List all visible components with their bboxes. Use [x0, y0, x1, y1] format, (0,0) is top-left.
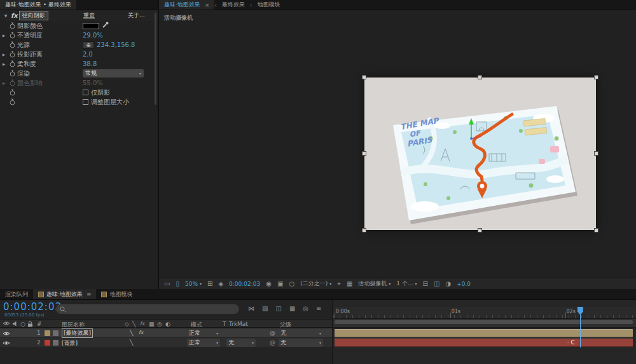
- view-layout-icon[interactable]: ⊟: [423, 280, 428, 287]
- stopwatch-icon[interactable]: [8, 98, 17, 105]
- layer-row[interactable]: 2 [背景] ╲ 正常 ▾ 无 ▾ @ 无: [0, 338, 332, 347]
- collapse-effect-icon[interactable]: ▼: [2, 13, 10, 18]
- layer-bar-2[interactable]: C: [335, 339, 633, 347]
- selection-handle[interactable]: [594, 151, 598, 156]
- pickwhip-icon[interactable]: @: [270, 330, 275, 336]
- color-swatch[interactable]: [83, 23, 99, 29]
- resize-layer-checkbox[interactable]: [83, 99, 88, 105]
- show-snapshot-icon[interactable]: ▣: [277, 280, 283, 287]
- parent-select[interactable]: 无 ▾: [279, 339, 323, 347]
- tab-timeline-module[interactable]: 地图模块: [96, 289, 137, 299]
- tab-timeline-main[interactable]: 趣味·地图效果 ≡: [33, 289, 96, 299]
- stopwatch-icon[interactable]: [8, 70, 17, 77]
- selection-handle[interactable]: [478, 228, 482, 233]
- expand-icon[interactable]: ▶: [0, 62, 8, 66]
- motion-blur-icon[interactable]: ◎: [303, 305, 308, 312]
- eye-icon[interactable]: [3, 331, 10, 337]
- mini-flowchart-icon[interactable]: ⋈: [248, 305, 254, 312]
- crosshair-icon[interactable]: ⊕: [83, 41, 94, 49]
- layer-name[interactable]: [背景]: [62, 339, 78, 347]
- layer-marker[interactable]: C: [567, 339, 575, 346]
- resolution-select[interactable]: (二分之一) ▾: [300, 280, 331, 288]
- render-select[interactable]: 常规 ▾: [83, 69, 144, 78]
- shadow-only-checkbox[interactable]: [83, 90, 88, 95]
- selection-handle[interactable]: [594, 75, 598, 79]
- mode-select[interactable]: 正常 ▾: [187, 329, 220, 337]
- stopwatch-icon[interactable]: [8, 32, 17, 39]
- eye-icon[interactable]: [3, 340, 10, 347]
- label-color-chip[interactable]: [45, 330, 50, 336]
- close-icon[interactable]: ×: [205, 2, 210, 8]
- eyedropper-icon[interactable]: [102, 22, 109, 30]
- selection-handle[interactable]: [362, 228, 366, 233]
- search-input[interactable]: [69, 306, 235, 313]
- trkmat-select[interactable]: 无 ▾: [226, 339, 256, 347]
- fx-icon[interactable]: fx: [139, 330, 144, 335]
- effect-name[interactable]: 径向阴影: [19, 11, 48, 20]
- eye-icon[interactable]: [3, 321, 10, 327]
- panel-menu-icon[interactable]: ≡: [86, 291, 92, 297]
- label-color-chip[interactable]: [45, 340, 50, 346]
- solo-icon[interactable]: ○: [20, 321, 25, 327]
- exposure-value[interactable]: +0.0: [457, 281, 471, 287]
- expand-icon[interactable]: ▶: [0, 33, 8, 37]
- work-area-bar[interactable]: [333, 319, 636, 328]
- tab-comp-viewer-module[interactable]: 地图模块: [252, 0, 286, 10]
- property-value[interactable]: 29.0%: [83, 32, 103, 39]
- composition-canvas[interactable]: THE MAP OF PARIS: [364, 78, 596, 230]
- selection-handle[interactable]: [478, 75, 482, 79]
- tab-effect-controls[interactable]: 趣味·地图效果 • 最终效果: [0, 0, 76, 10]
- mask-toggle-icon[interactable]: ◈: [218, 280, 223, 287]
- stopwatch-icon[interactable]: [8, 89, 17, 96]
- selection-handle[interactable]: [362, 75, 366, 79]
- stopwatch-icon[interactable]: [8, 22, 17, 29]
- column-trkmat[interactable]: TrkMat: [229, 321, 248, 327]
- property-value[interactable]: 234.3,156.8: [97, 41, 135, 48]
- search-field[interactable]: [56, 304, 239, 314]
- pickwhip-icon[interactable]: @: [270, 339, 275, 346]
- property-value[interactable]: 2.0: [83, 51, 93, 58]
- layer-name[interactable]: [最终效果]: [62, 328, 93, 338]
- exposure-icon[interactable]: ◑: [445, 280, 451, 287]
- expand-icon[interactable]: ▶: [0, 81, 8, 85]
- stopwatch-icon[interactable]: [8, 41, 17, 48]
- frame-blend-icon[interactable]: ▦: [289, 305, 295, 312]
- about-button[interactable]: 关于...: [128, 11, 145, 20]
- expand-icon[interactable]: ▶: [0, 52, 8, 57]
- stopwatch-icon[interactable]: [8, 51, 17, 58]
- region-of-interest-icon[interactable]: ⌖: [337, 280, 341, 288]
- camera-select[interactable]: 活动摄像机 ▾: [358, 280, 391, 288]
- stopwatch-icon[interactable]: [8, 60, 17, 67]
- scrollbar[interactable]: [155, 13, 156, 105]
- time-ruler[interactable]: 0:00s 01s 02s: [333, 307, 636, 319]
- snapshot-icon[interactable]: ◉: [266, 280, 272, 287]
- parent-select[interactable]: 无 ▾: [279, 329, 323, 337]
- draft-3d-icon[interactable]: ▤: [262, 305, 268, 312]
- reset-button[interactable]: 重置: [83, 11, 95, 20]
- shy-icon[interactable]: ◫: [275, 305, 281, 312]
- current-time-display[interactable]: 0:00:02:03: [3, 301, 62, 313]
- channels-icon[interactable]: ○: [289, 280, 294, 287]
- property-value[interactable]: 38.8: [83, 60, 97, 67]
- graph-editor-icon[interactable]: ≋: [316, 305, 321, 312]
- view-count-select[interactable]: 1 个... ▾: [396, 280, 417, 288]
- zoom-select[interactable]: 50% ▾: [185, 281, 202, 287]
- tab-comp-viewer-final[interactable]: 最终效果: [217, 0, 250, 10]
- selection-handle[interactable]: [594, 228, 598, 233]
- layer-row[interactable]: 1 [最终效果] ╲ fx 正常 ▾ @ 无 ▾: [0, 328, 332, 338]
- quality-icon[interactable]: ╲: [130, 330, 133, 336]
- mode-select[interactable]: 正常 ▾: [187, 339, 220, 347]
- audio-icon[interactable]: [12, 321, 18, 328]
- lock-icon[interactable]: [27, 321, 33, 328]
- pixel-aspect-icon[interactable]: ◫: [434, 280, 439, 287]
- transparency-grid-icon[interactable]: ▦: [347, 280, 352, 287]
- tab-comp-viewer-main[interactable]: 趣味·地图效果 ×: [159, 0, 214, 10]
- current-time-indicator[interactable]: [580, 307, 581, 347]
- stopwatch-icon[interactable]: [8, 79, 17, 86]
- viewer-timecode[interactable]: 0:00:02:03: [229, 281, 260, 287]
- second-monitor-icon[interactable]: ▯: [176, 280, 179, 287]
- layer-bar-1[interactable]: [335, 329, 633, 337]
- composition-viewer[interactable]: 活动摄像机: [159, 10, 636, 278]
- grid-guides-icon[interactable]: ⊞: [207, 280, 212, 287]
- monitor-icon[interactable]: ▭: [164, 280, 170, 287]
